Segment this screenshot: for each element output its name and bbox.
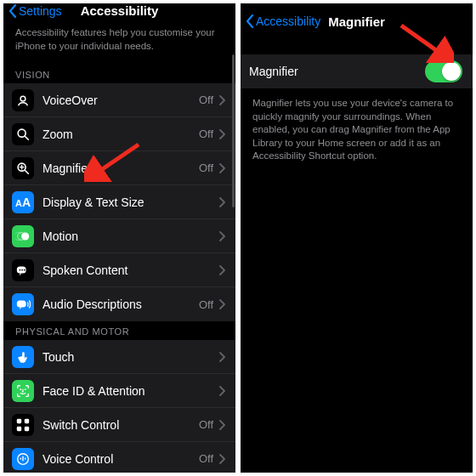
row-label: VoiceOver xyxy=(42,94,199,107)
svg-rect-18 xyxy=(25,426,29,430)
back-label: Accessibility xyxy=(256,14,320,28)
group-header-vision: VISION xyxy=(3,65,235,83)
magnifier-toggle-row: Magnifier xyxy=(241,54,473,88)
toggle-label: Magnifier xyxy=(249,65,425,78)
row-audiodesc[interactable]: Audio DescriptionsOff xyxy=(3,287,235,321)
row-zoom[interactable]: ZoomOff xyxy=(3,117,235,151)
navbar: Accessibility Magnifier xyxy=(241,3,473,39)
motion-icon xyxy=(12,225,34,247)
back-button[interactable]: Accessibility xyxy=(246,14,320,28)
row-value: Off xyxy=(199,418,213,431)
row-value: Off xyxy=(199,298,213,311)
magnifier-toggle[interactable]: Magnifier xyxy=(241,54,473,88)
page-title: Magnifier xyxy=(328,14,385,29)
toggle-switch[interactable] xyxy=(425,60,462,82)
faceid-icon xyxy=(12,380,34,402)
chevron-right-icon xyxy=(218,163,225,173)
svg-rect-12 xyxy=(17,301,26,308)
row-value: Off xyxy=(199,162,213,174)
audiodesc-icon xyxy=(12,293,34,315)
chevron-right-icon xyxy=(218,129,225,139)
magnifier-icon xyxy=(12,157,34,179)
svg-rect-16 xyxy=(25,418,29,422)
back-button[interactable]: Settings xyxy=(8,4,62,18)
row-display[interactable]: AADisplay & Text Size xyxy=(3,185,235,219)
row-voiceover[interactable]: VoiceOverOff xyxy=(3,83,235,117)
svg-point-11 xyxy=(24,269,26,270)
row-spoken[interactable]: Spoken Content xyxy=(3,253,235,287)
navbar: Settings Accessibility xyxy=(3,3,235,18)
display-icon: AA xyxy=(12,191,34,213)
magnifier-settings-screen: Accessibility Magnifier Magnifier Magnif… xyxy=(241,3,473,473)
touch-icon xyxy=(12,346,34,368)
row-value: Off xyxy=(199,452,213,465)
chevron-right-icon xyxy=(218,231,225,241)
row-touch[interactable]: Touch xyxy=(3,340,235,374)
group-header-physical: PHYSICAL AND MOTOR xyxy=(3,321,235,340)
chevron-right-icon xyxy=(218,95,225,105)
row-label: Magnifier xyxy=(42,162,199,175)
vision-list: VoiceOverOffZoomOffMagnifierOffAADisplay… xyxy=(3,83,235,321)
svg-point-1 xyxy=(18,129,26,137)
svg-point-10 xyxy=(21,269,23,270)
row-value: Off xyxy=(199,94,213,106)
svg-text:A: A xyxy=(15,198,22,208)
physical-list: TouchFace ID & AttentionSwitch ControlOf… xyxy=(3,340,235,473)
row-label: Switch Control xyxy=(42,418,199,432)
chevron-right-icon xyxy=(218,299,225,309)
row-label: Spoken Content xyxy=(42,264,218,277)
svg-rect-15 xyxy=(17,418,21,422)
zoom-icon xyxy=(12,123,34,145)
row-label: Audio Descriptions xyxy=(42,298,199,311)
row-magnifier[interactable]: MagnifierOff xyxy=(3,151,235,185)
intro-text: Accessibility features help you customis… xyxy=(3,18,235,65)
voiceover-icon xyxy=(12,89,34,111)
row-faceid[interactable]: Face ID & Attention xyxy=(3,374,235,408)
row-switch[interactable]: Switch ControlOff xyxy=(3,408,235,442)
switch-icon xyxy=(12,414,34,436)
page-title: Accessibility xyxy=(81,3,159,18)
row-value: Off xyxy=(199,128,213,140)
row-label: Touch xyxy=(42,350,218,364)
row-label: Display & Text Size xyxy=(42,196,218,209)
chevron-right-icon xyxy=(218,454,225,464)
svg-text:A: A xyxy=(22,196,31,209)
chevron-left-icon xyxy=(8,4,17,18)
scrollbar[interactable] xyxy=(232,54,235,469)
chevron-right-icon xyxy=(218,265,225,275)
row-label: Motion xyxy=(42,230,218,243)
row-label: Zoom xyxy=(42,128,199,141)
chevron-right-icon xyxy=(218,352,225,362)
row-label: Voice Control xyxy=(42,452,199,466)
magnifier-description: Magnifier lets you use your device's cam… xyxy=(241,88,473,175)
spoken-icon xyxy=(12,259,34,281)
svg-point-13 xyxy=(20,388,21,390)
chevron-right-icon xyxy=(218,420,225,430)
voicectrl-icon xyxy=(12,448,34,470)
chevron-left-icon xyxy=(246,14,254,28)
svg-point-14 xyxy=(25,388,26,390)
accessibility-settings-screen: Settings Accessibility Accessibility fea… xyxy=(3,3,235,473)
row-motion[interactable]: Motion xyxy=(3,219,235,253)
svg-point-0 xyxy=(20,96,26,101)
row-label: Face ID & Attention xyxy=(42,384,218,398)
svg-point-9 xyxy=(20,269,21,270)
back-label: Settings xyxy=(19,4,62,18)
chevron-right-icon xyxy=(218,386,225,396)
chevron-right-icon xyxy=(218,197,225,207)
svg-rect-17 xyxy=(17,426,21,430)
row-voicectrl[interactable]: Voice ControlOff xyxy=(3,442,235,473)
